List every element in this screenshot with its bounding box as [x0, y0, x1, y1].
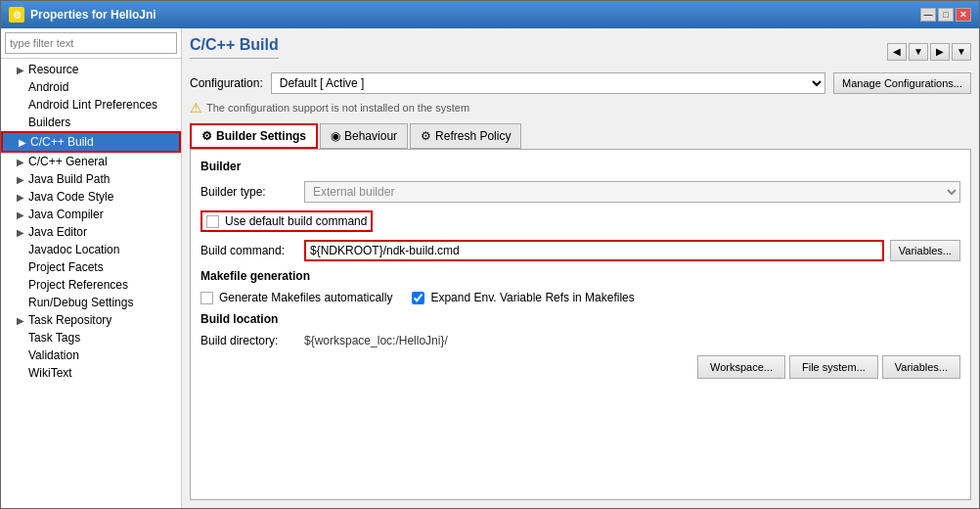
sidebar-item-label: Android Lint Preferences [28, 98, 157, 112]
file-system-button[interactable]: File system... [789, 355, 878, 379]
builder-type-select[interactable]: External builder [304, 181, 960, 203]
tree-arrow: ▶ [17, 227, 28, 238]
build-directory-row: Build directory: ${workspace_loc:/HelloJ… [200, 334, 960, 347]
build-location-title: Build location [200, 312, 960, 326]
use-default-row: Use default build command [200, 210, 373, 232]
warning-text: The configuration support is not install… [206, 102, 469, 114]
sidebar-item-android-lint[interactable]: Android Lint Preferences [1, 96, 181, 114]
sidebar-item-java-compiler[interactable]: ▶ Java Compiler [1, 206, 181, 223]
refresh-policy-icon: ⚙ [421, 129, 431, 143]
tree-arrow: ▶ [19, 137, 30, 148]
sidebar-item-resource[interactable]: ▶ Resource [1, 61, 181, 78]
bottom-buttons: Workspace... File system... Variables... [200, 355, 960, 379]
sidebar-item-label: Project Facets [28, 260, 104, 274]
build-location-section: Build location Build directory: ${worksp… [200, 312, 960, 347]
sidebar-item-java-code-style[interactable]: ▶ Java Code Style [1, 188, 181, 206]
config-select[interactable]: Default [ Active ] [271, 72, 825, 94]
sidebar-item-label: Task Repository [28, 313, 111, 327]
nav-back-button[interactable]: ◀ [887, 43, 907, 61]
tree-arrow: ▶ [17, 174, 28, 185]
tab-builder-settings[interactable]: ⚙ Builder Settings [190, 123, 318, 149]
sidebar-item-java-editor[interactable]: ▶ Java Editor [1, 223, 181, 241]
generate-makefiles-group: Generate Makefiles automatically [200, 291, 392, 304]
sidebar-item-task-tags[interactable]: Task Tags [1, 329, 181, 347]
nav-dropdown-button[interactable]: ▼ [909, 43, 928, 61]
sidebar-item-builders[interactable]: Builders [1, 114, 181, 131]
makefile-row: Generate Makefiles automatically Expand … [200, 291, 960, 304]
filter-input[interactable] [5, 32, 177, 54]
sidebar-item-label: Run/Debug Settings [28, 296, 133, 309]
sidebar-item-validation[interactable]: Validation [1, 347, 181, 364]
sidebar-item-label: C/C++ Build [30, 135, 94, 149]
builder-type-label: Builder type: [200, 185, 298, 199]
panel-title: C/C++ Build [190, 36, 279, 59]
nav-dropdown2-button[interactable]: ▼ [952, 43, 971, 61]
sidebar-item-label: Java Code Style [28, 190, 113, 204]
sidebar-item-label: Android [28, 80, 68, 94]
sidebar-item-cpp-general[interactable]: ▶ C/C++ General [1, 153, 181, 170]
nav-arrows: ◀ ▼ ▶ ▼ [887, 43, 971, 61]
build-directory-label: Build directory: [200, 334, 298, 347]
window-title: Properties for HelloJni [30, 8, 156, 22]
builder-settings-panel: Builder Builder type: External builder U… [190, 149, 971, 500]
titlebar-buttons: — □ ✕ [920, 8, 971, 22]
sidebar-item-label: Resource [28, 63, 78, 76]
main-panel: C/C++ Build ◀ ▼ ▶ ▼ Configuration: Defau… [182, 28, 979, 508]
generate-makefiles-checkbox[interactable] [200, 292, 213, 304]
tab-refresh-policy[interactable]: ⚙ Refresh Policy [410, 123, 521, 149]
tree-arrow: ▶ [17, 65, 28, 75]
titlebar: ⚙ Properties for HelloJni — □ ✕ [1, 1, 979, 28]
makefile-section: Makefile generation Generate Makefiles a… [200, 269, 960, 304]
use-default-checkbox[interactable] [206, 215, 219, 228]
sidebar-item-label: WikiText [28, 366, 72, 380]
build-command-label: Build command: [200, 244, 298, 257]
close-button[interactable]: ✕ [956, 8, 971, 22]
build-command-input[interactable] [304, 240, 884, 261]
builder-section-title: Builder [200, 160, 960, 173]
panel-header: C/C++ Build ◀ ▼ ▶ ▼ [190, 36, 971, 67]
properties-window: ⚙ Properties for HelloJni — □ ✕ ▶ Resour… [0, 0, 980, 509]
variables-button[interactable]: Variables... [890, 240, 960, 261]
sidebar-item-project-facets[interactable]: Project Facets [1, 258, 181, 276]
tree-arrow: ▶ [17, 209, 28, 220]
sidebar-item-java-build-path[interactable]: ▶ Java Build Path [1, 170, 181, 188]
tab-behaviour[interactable]: ◉ Behaviour [320, 123, 408, 149]
maximize-button[interactable]: □ [938, 8, 954, 22]
sidebar-item-android[interactable]: Android [1, 78, 181, 96]
sidebar-item-javadoc[interactable]: Javadoc Location [1, 241, 181, 258]
nav-forward-button[interactable]: ▶ [930, 43, 950, 61]
workspace-button[interactable]: Workspace... [697, 355, 785, 379]
tab-label: Builder Settings [216, 129, 306, 143]
expand-env-checkbox[interactable] [412, 292, 424, 304]
variables-button2[interactable]: Variables... [882, 355, 960, 379]
tree-arrow: ▶ [17, 192, 28, 203]
builder-type-row: Builder type: External builder [200, 181, 960, 203]
minimize-button[interactable]: — [920, 8, 936, 22]
window-icon: ⚙ [9, 7, 24, 23]
sidebar-item-project-references[interactable]: Project References [1, 276, 181, 294]
tabs: ⚙ Builder Settings ◉ Behaviour ⚙ Refresh… [190, 123, 971, 149]
sidebar-item-cpp-build[interactable]: ▶ C/C++ Build [1, 131, 181, 153]
behaviour-icon: ◉ [331, 129, 340, 143]
manage-configurations-button[interactable]: Manage Configurations... [833, 72, 971, 94]
config-row: Configuration: Default [ Active ] Manage… [190, 72, 971, 94]
sidebar-item-label: Project References [28, 278, 128, 292]
titlebar-left: ⚙ Properties for HelloJni [9, 7, 156, 23]
build-directory-value: ${workspace_loc:/HelloJni}/ [304, 334, 448, 347]
sidebar: ▶ Resource Android Android Lint Preferen… [1, 28, 182, 508]
sidebar-item-label: Task Tags [28, 331, 80, 345]
config-label: Configuration: [190, 76, 263, 90]
sidebar-item-label: Validation [28, 348, 79, 362]
builder-settings-icon: ⚙ [201, 129, 212, 143]
sidebar-item-wikitext[interactable]: WikiText [1, 364, 181, 382]
sidebar-item-task-repository[interactable]: ▶ Task Repository [1, 311, 181, 329]
build-command-row: Build command: Variables... [200, 240, 960, 261]
sidebar-item-label: Java Editor [28, 225, 87, 239]
sidebar-item-label: Java Build Path [28, 172, 110, 186]
tree-arrow: ▶ [17, 157, 28, 167]
expand-env-label: Expand Env. Variable Refs in Makefiles [430, 291, 634, 304]
tree: ▶ Resource Android Android Lint Preferen… [1, 59, 181, 508]
sidebar-item-run-debug[interactable]: Run/Debug Settings [1, 294, 181, 311]
filter-box [1, 28, 181, 59]
tab-label: Behaviour [344, 129, 397, 143]
